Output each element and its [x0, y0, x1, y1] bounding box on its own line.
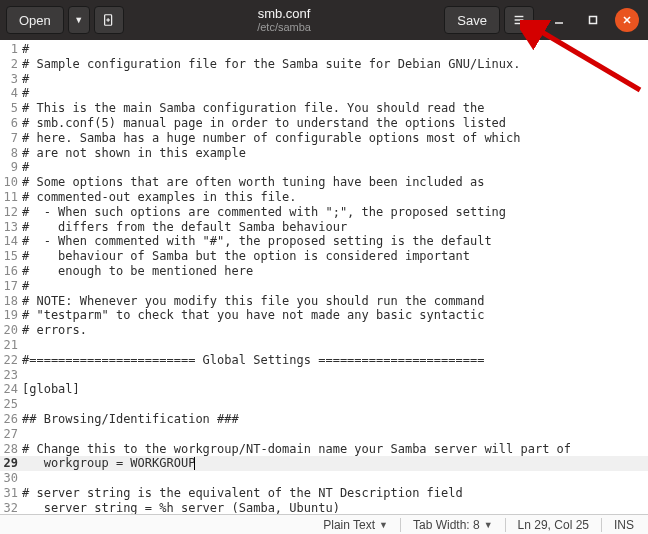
- maximize-icon: [588, 15, 598, 25]
- editor-line[interactable]: 28# Change this to the workgroup/NT-doma…: [0, 442, 648, 457]
- line-text: # This is the main Samba configuration f…: [22, 101, 648, 116]
- line-number: 1: [0, 42, 22, 57]
- open-button[interactable]: Open: [6, 6, 64, 34]
- line-text: # Sample configuration file for the Samb…: [22, 57, 648, 72]
- insert-mode[interactable]: INS: [606, 518, 642, 532]
- editor-line[interactable]: 25: [0, 397, 648, 412]
- line-number: 19: [0, 308, 22, 323]
- line-text: [22, 397, 648, 412]
- editor-line[interactable]: 31# server string is the equivalent of t…: [0, 486, 648, 501]
- chevron-down-icon: ▼: [484, 520, 493, 530]
- svg-rect-7: [590, 17, 597, 24]
- editor-line[interactable]: 5# This is the main Samba configuration …: [0, 101, 648, 116]
- editor-line[interactable]: 12# - When such options are commented wi…: [0, 205, 648, 220]
- editor-line[interactable]: 7# here. Samba has a huge number of conf…: [0, 131, 648, 146]
- line-text: # Change this to the workgroup/NT-domain…: [22, 442, 648, 457]
- save-button[interactable]: Save: [444, 6, 500, 34]
- editor-line[interactable]: 13# differs from the default Samba behav…: [0, 220, 648, 235]
- editor-line[interactable]: 10# Some options that are often worth tu…: [0, 175, 648, 190]
- editor-line[interactable]: 4#: [0, 86, 648, 101]
- line-number: 29: [0, 456, 22, 471]
- window-maximize-button[interactable]: [581, 8, 605, 32]
- line-number: 20: [0, 323, 22, 338]
- line-number: 22: [0, 353, 22, 368]
- editor-line[interactable]: 11# commented-out examples in this file.: [0, 190, 648, 205]
- editor-line[interactable]: 9#: [0, 160, 648, 175]
- line-number: 13: [0, 220, 22, 235]
- text-cursor: [194, 457, 195, 470]
- line-number: 11: [0, 190, 22, 205]
- line-number: 12: [0, 205, 22, 220]
- hamburger-menu-button[interactable]: [504, 6, 534, 34]
- editor-line[interactable]: 24[global]: [0, 382, 648, 397]
- statusbar: Plain Text ▼ Tab Width: 8 ▼ Ln 29, Col 2…: [0, 514, 648, 534]
- window-close-button[interactable]: [615, 8, 639, 32]
- line-text: # commented-out examples in this file.: [22, 190, 648, 205]
- line-text: # - When commented with "#", the propose…: [22, 234, 648, 249]
- line-text: # Some options that are often worth tuni…: [22, 175, 648, 190]
- editor-line[interactable]: 2# Sample configuration file for the Sam…: [0, 57, 648, 72]
- line-number: 2: [0, 57, 22, 72]
- line-number: 8: [0, 146, 22, 161]
- line-number: 5: [0, 101, 22, 116]
- line-number: 3: [0, 72, 22, 87]
- document-title: smb.conf: [258, 7, 311, 21]
- editor-line[interactable]: 14# - When commented with "#", the propo…: [0, 234, 648, 249]
- line-text: # server string is the equivalent of the…: [22, 486, 648, 501]
- line-number: 21: [0, 338, 22, 353]
- editor-line[interactable]: 22#======================= Global Settin…: [0, 353, 648, 368]
- editor-line[interactable]: 20# errors.: [0, 323, 648, 338]
- open-recent-dropdown[interactable]: ▼: [68, 6, 90, 34]
- syntax-selector[interactable]: Plain Text ▼: [315, 518, 396, 532]
- line-number: 6: [0, 116, 22, 131]
- editor-line[interactable]: 29 workgroup = WORKGROUP: [0, 456, 648, 471]
- line-number: 24: [0, 382, 22, 397]
- text-editor-area[interactable]: 1#2# Sample configuration file for the S…: [0, 40, 648, 514]
- editor-line[interactable]: 8# are not shown in this example: [0, 146, 648, 161]
- titlebar: Open ▼ smb.conf /etc/samba Save: [0, 0, 648, 40]
- line-text: # enough to be mentioned here: [22, 264, 648, 279]
- editor-line[interactable]: 3#: [0, 72, 648, 87]
- line-number: 32: [0, 501, 22, 514]
- editor-line[interactable]: 32 server string = %h server (Samba, Ubu…: [0, 501, 648, 514]
- editor-line[interactable]: 21: [0, 338, 648, 353]
- editor-line[interactable]: 1#: [0, 42, 648, 57]
- document-path: /etc/samba: [257, 21, 311, 33]
- line-text: # - When such options are commented with…: [22, 205, 648, 220]
- line-text: #: [22, 42, 648, 57]
- line-text: ## Browsing/Identification ###: [22, 412, 648, 427]
- window-minimize-button[interactable]: [547, 8, 571, 32]
- editor-line[interactable]: 27: [0, 427, 648, 442]
- line-number: 9: [0, 160, 22, 175]
- chevron-down-icon: ▼: [379, 520, 388, 530]
- line-text: #: [22, 72, 648, 87]
- line-text: #: [22, 86, 648, 101]
- editor-line[interactable]: 19# "testparm" to check that you have no…: [0, 308, 648, 323]
- line-number: 28: [0, 442, 22, 457]
- new-document-icon: [102, 13, 116, 27]
- hamburger-icon: [512, 13, 526, 27]
- line-text: [22, 471, 648, 486]
- editor-line[interactable]: 18# NOTE: Whenever you modify this file …: [0, 294, 648, 309]
- line-text: [22, 338, 648, 353]
- cursor-position[interactable]: Ln 29, Col 25: [510, 518, 597, 532]
- line-number: 26: [0, 412, 22, 427]
- editor-line[interactable]: 26## Browsing/Identification ###: [0, 412, 648, 427]
- line-number: 31: [0, 486, 22, 501]
- tab-width-selector[interactable]: Tab Width: 8 ▼: [405, 518, 501, 532]
- editor-line[interactable]: 6# smb.conf(5) manual page in order to u…: [0, 116, 648, 131]
- editor-line[interactable]: 30: [0, 471, 648, 486]
- line-text: # smb.conf(5) manual page in order to un…: [22, 116, 648, 131]
- line-text: # differs from the default Samba behavio…: [22, 220, 648, 235]
- new-tab-button[interactable]: [94, 6, 124, 34]
- editor-line[interactable]: 23: [0, 368, 648, 383]
- line-text: [22, 427, 648, 442]
- line-number: 4: [0, 86, 22, 101]
- line-number: 27: [0, 427, 22, 442]
- title-area: smb.conf /etc/samba: [128, 7, 441, 33]
- editor-line[interactable]: 17#: [0, 279, 648, 294]
- line-number: 30: [0, 471, 22, 486]
- editor-line[interactable]: 16# enough to be mentioned here: [0, 264, 648, 279]
- editor-line[interactable]: 15# behaviour of Samba but the option is…: [0, 249, 648, 264]
- line-text: # are not shown in this example: [22, 146, 648, 161]
